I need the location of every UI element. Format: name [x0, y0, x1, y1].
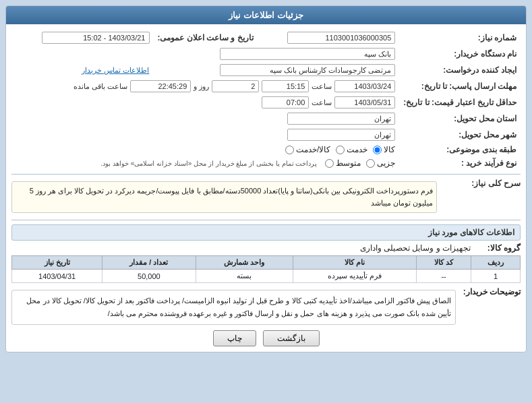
- table-header: واحد شمارش: [196, 256, 293, 270]
- back-button[interactable]: بازگشت: [263, 330, 320, 346]
- buyer-org-input[interactable]: [220, 48, 395, 60]
- city-label: شهر محل تحویل:: [399, 127, 521, 143]
- table-cell-name: فرم تأییدیه سپرده: [293, 270, 417, 283]
- time-label: ساعت: [312, 82, 332, 91]
- category-kala-radio[interactable]: [373, 146, 382, 154]
- hours-unit: ساعت باقی مانده: [73, 82, 127, 91]
- category-kala-khadamat-label: کالا/خدمت: [296, 145, 330, 154]
- creator-label: ایجاد کننده درخواست:: [399, 62, 521, 78]
- niyaz-number-label: شماره نیاز:: [399, 30, 521, 46]
- table-header: ردیف: [471, 256, 521, 270]
- table-header: تعداد / مقدار: [102, 256, 196, 270]
- purchase-motevaset[interactable]: متوسط: [325, 158, 361, 168]
- creator-input[interactable]: [220, 64, 395, 76]
- category-kala-label: کالا: [384, 145, 395, 154]
- purchase-jozi-label: جزیی: [377, 158, 395, 168]
- category-khadamat-label: خدمت: [347, 145, 367, 154]
- goods-group-value: تجهیزات و وسایل تحصیلی واداری: [360, 243, 471, 253]
- buyer-desc-label: توضیحات خریدار:: [460, 287, 521, 297]
- summary-label: سرح کلی نیاز:: [440, 179, 521, 188]
- table-header: تاریخ نیاز: [12, 256, 102, 270]
- category-kala-khadamat-radio[interactable]: [285, 146, 294, 154]
- goods-info-header: اطلاعات کالاهای مورد نیاز: [11, 224, 521, 241]
- purchase-motevaset-radio[interactable]: [325, 159, 334, 168]
- purchase-type-label: نوع فرآیند خرید :: [399, 156, 521, 170]
- answer-date-input[interactable]: [334, 80, 395, 92]
- answer-time-input[interactable]: [262, 80, 309, 92]
- price-time-label: ساعت: [312, 98, 332, 107]
- table-cell-date: 1403/04/31: [12, 270, 102, 283]
- niyaz-number-input[interactable]: [287, 32, 395, 44]
- print-button[interactable]: چاپ: [213, 330, 256, 346]
- price-deadline-label: حداقل تاریخ اعتبار قیمت: تا تاریخ:: [399, 94, 521, 111]
- table-row: 1--فرم تأییدیه سپردهبسته50,0001403/04/31: [12, 270, 521, 283]
- category-khadamat[interactable]: خدمت: [336, 145, 367, 154]
- days-unit: روز و: [194, 82, 209, 91]
- purchase-motevaset-label: متوسط: [336, 158, 361, 168]
- category-khadamat-radio[interactable]: [336, 146, 345, 154]
- table-cell-unit: بسته: [196, 270, 293, 283]
- province-label: استان محل تحویل:: [399, 111, 521, 127]
- answer-deadline-label: مهلت ارسال پاسب: تا تاریخ:: [399, 78, 521, 94]
- price-date-input[interactable]: [334, 96, 395, 108]
- category-kala-khadamat[interactable]: کالا/خدمت: [285, 145, 330, 154]
- date-input[interactable]: [42, 32, 150, 44]
- price-time-input[interactable]: [262, 96, 309, 108]
- buyer-desc-text: الصاق پیش فاکتور الزامی میباشد/اخذ تأیید…: [11, 290, 456, 324]
- buyer-org-label: نام دستگاه خریدار:: [399, 46, 521, 62]
- contact-link[interactable]: اطلاعات تماس خریدار: [82, 66, 149, 74]
- purchase-note: پرداخت تمام یا بخشی از مبلغ خریدار از مح…: [100, 160, 317, 167]
- table-header: نام کالا: [293, 256, 417, 270]
- date-label: تاریخ و ساعت اعلان عمومی:: [154, 30, 258, 46]
- category-kala[interactable]: کالا: [373, 145, 395, 154]
- answer-days-input[interactable]: [212, 80, 259, 92]
- table-cell-row: 1: [471, 270, 521, 283]
- province-input[interactable]: [287, 113, 395, 125]
- answer-hours-input[interactable]: [130, 80, 191, 92]
- category-label: طبقه بندی موضوعی:: [399, 143, 521, 156]
- city-input[interactable]: [287, 129, 395, 141]
- goods-group-label: گروه کالا:: [473, 243, 521, 253]
- summary-text: فرم دستورپرداخت الکترونیکی بین بانکی(سات…: [11, 181, 437, 213]
- purchase-jozi[interactable]: جزیی: [366, 158, 395, 168]
- table-cell-quantity: 50,000: [102, 270, 196, 283]
- panel-title: جزئیات اطلاعات نیاز: [6, 6, 526, 24]
- table-cell-code: --: [417, 270, 471, 283]
- table-header: کد کالا: [417, 256, 471, 270]
- purchase-jozi-radio[interactable]: [366, 159, 375, 168]
